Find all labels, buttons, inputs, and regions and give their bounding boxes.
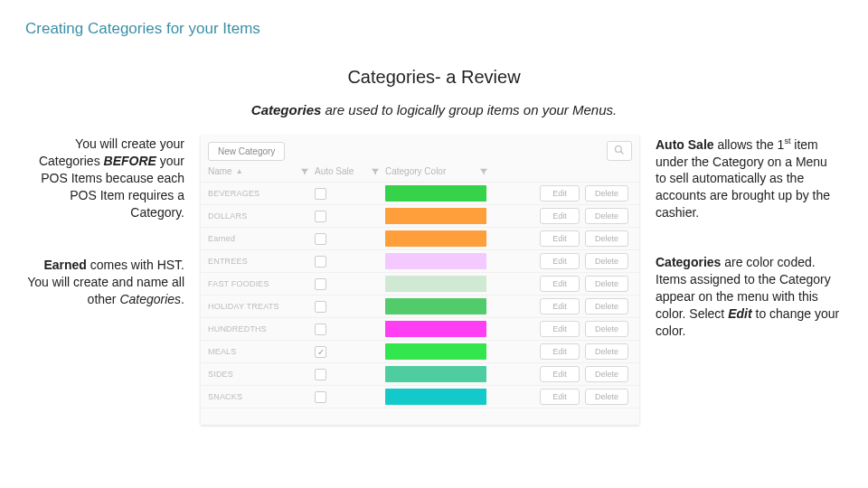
left-p2: Earned comes with HST. You will create a…	[22, 257, 184, 308]
edit-button[interactable]: Edit	[540, 389, 580, 405]
right-p1-b: allows the 1	[714, 137, 785, 152]
left-p1-before: BEFORE	[104, 154, 156, 168]
edit-button[interactable]: Edit	[540, 253, 580, 269]
col-header-name-label: Name	[208, 166, 232, 176]
auto-sale-checkbox[interactable]	[315, 369, 326, 380]
table-row: HUNDREDTHSEditDelete	[201, 318, 639, 341]
row-name: FAST FOODIES	[208, 279, 315, 288]
delete-button[interactable]: Delete	[585, 253, 628, 269]
intro-text: Categories are used to logically group i…	[0, 102, 868, 117]
right-p2-cat: Categories	[656, 255, 721, 269]
color-swatch	[385, 366, 486, 382]
row-auto	[315, 211, 385, 222]
delete-button[interactable]: Delete	[585, 230, 628, 247]
edit-button[interactable]: Edit	[540, 230, 580, 247]
row-name: DOLLARS	[208, 211, 315, 221]
row-auto: ✓	[315, 346, 385, 358]
edit-button[interactable]: Edit	[540, 185, 580, 202]
row-name: SNACKS	[208, 392, 315, 401]
color-swatch	[385, 208, 486, 224]
new-category-button[interactable]: New Category	[208, 142, 285, 161]
auto-sale-checkbox[interactable]	[315, 211, 326, 222]
auto-sale-checkbox[interactable]	[315, 391, 326, 403]
table-row: MEALS✓EditDelete	[201, 341, 639, 363]
svg-line-1	[621, 151, 624, 154]
row-color	[385, 298, 494, 314]
edit-button[interactable]: Edit	[540, 276, 580, 292]
filter-icon	[479, 167, 488, 176]
left-column: You will create your Categories BEFORE y…	[22, 136, 184, 425]
delete-button[interactable]: Delete	[585, 389, 628, 405]
edit-button[interactable]: Edit	[540, 208, 580, 224]
search-button[interactable]	[607, 141, 632, 161]
row-auto	[315, 301, 385, 313]
table-row: HOLIDAY TREATSEditDelete	[201, 296, 639, 318]
intro-emphasis: Categories	[251, 102, 322, 117]
table-row: EarnedEditDelete	[201, 228, 639, 250]
filter-icon	[371, 167, 380, 176]
left-p2-cat: Categories	[119, 292, 181, 306]
row-auto	[315, 188, 385, 200]
row-name: HUNDREDTHS	[208, 324, 315, 333]
edit-button[interactable]: Edit	[540, 343, 580, 360]
auto-sale-checkbox[interactable]	[315, 301, 326, 313]
delete-button[interactable]: Delete	[585, 321, 628, 337]
row-name: Earned	[208, 234, 315, 243]
intro-rest: are used to logically group items on you…	[321, 102, 617, 117]
auto-sale-checkbox[interactable]	[315, 256, 326, 267]
table-row: FAST FOODIESEditDelete	[201, 273, 639, 296]
auto-sale-checkbox[interactable]: ✓	[315, 346, 326, 358]
section-title: Categories- a Review	[0, 67, 868, 88]
color-swatch	[385, 276, 486, 292]
col-header-name[interactable]: Name ▲	[208, 166, 315, 176]
color-swatch	[385, 389, 486, 405]
row-auto	[315, 369, 385, 380]
col-header-color[interactable]: Category Color	[385, 166, 494, 176]
delete-button[interactable]: Delete	[585, 298, 628, 314]
color-swatch	[385, 253, 486, 269]
edit-button[interactable]: Edit	[540, 366, 580, 382]
table-header: Name ▲ Auto Sale Category Color	[201, 166, 639, 183]
row-color	[385, 389, 494, 405]
row-color	[385, 185, 494, 202]
color-swatch	[385, 230, 486, 247]
right-column: Auto Sale allows the 1st item under the …	[656, 136, 841, 425]
color-swatch	[385, 321, 486, 337]
color-swatch	[385, 343, 486, 360]
col-header-auto[interactable]: Auto Sale	[315, 166, 385, 176]
auto-sale-checkbox[interactable]	[315, 233, 326, 245]
row-color	[385, 321, 494, 337]
right-p2-edit: Edit	[728, 306, 751, 321]
col-header-auto-label: Auto Sale	[315, 166, 354, 176]
right-p2: Categories are color coded. Items assign…	[656, 254, 841, 339]
auto-sale-checkbox[interactable]	[315, 188, 326, 200]
delete-button[interactable]: Delete	[585, 276, 628, 292]
delete-button[interactable]: Delete	[585, 208, 628, 224]
right-p1-auto: Auto Sale	[656, 137, 714, 152]
edit-button[interactable]: Edit	[540, 321, 580, 337]
row-auto	[315, 256, 385, 267]
auto-sale-checkbox[interactable]	[315, 278, 326, 290]
row-auto	[315, 278, 385, 290]
edit-button[interactable]: Edit	[540, 298, 580, 314]
delete-button[interactable]: Delete	[585, 366, 628, 382]
row-color	[385, 343, 494, 360]
color-swatch	[385, 298, 486, 314]
auto-sale-checkbox[interactable]	[315, 324, 326, 335]
sort-asc-icon: ▲	[236, 167, 243, 175]
row-name: HOLIDAY TREATS	[208, 302, 315, 311]
svg-point-0	[616, 145, 622, 152]
search-icon	[614, 145, 625, 158]
table-row: BEVERAGESEditDelete	[201, 183, 639, 205]
filter-icon	[300, 167, 309, 176]
delete-button[interactable]: Delete	[585, 185, 628, 202]
row-auto	[315, 324, 385, 335]
row-color	[385, 208, 494, 224]
color-swatch	[385, 185, 486, 202]
delete-button[interactable]: Delete	[585, 343, 628, 360]
row-name: MEALS	[208, 347, 315, 356]
row-name: ENTREES	[208, 257, 315, 266]
row-color	[385, 230, 494, 247]
col-header-color-label: Category Color	[385, 166, 446, 176]
left-p2-d: .	[181, 292, 184, 306]
